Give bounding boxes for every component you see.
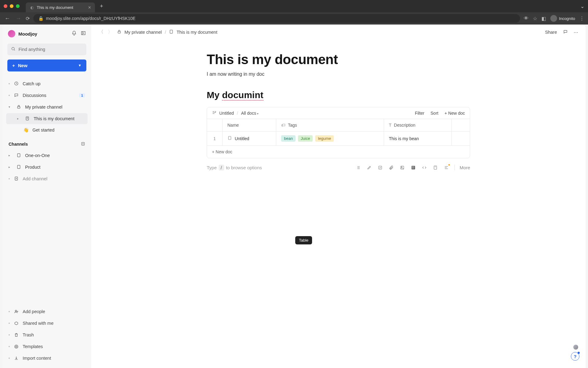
attachment-icon[interactable]	[388, 164, 394, 171]
sidebar-item-shared[interactable]: Shared with me	[6, 318, 88, 329]
svg-rect-13	[228, 136, 231, 140]
tag-chip[interactable]: legume	[315, 135, 334, 142]
maximize-window-icon[interactable]	[16, 4, 20, 8]
breadcrumb-current[interactable]: This is my document	[177, 30, 217, 35]
tabs-overflow-icon[interactable]: ⌄	[580, 3, 584, 9]
breadcrumb: My private channel / This is my document	[117, 29, 217, 35]
incognito-badge[interactable]: Incognito	[550, 15, 575, 22]
topbar: 〈 〉 My private channel / This is my docu…	[91, 25, 586, 40]
checkbox-icon[interactable]	[377, 164, 383, 171]
table-row[interactable]: 1 Untitled bean Juice legume	[207, 132, 470, 146]
lock-icon	[16, 104, 21, 110]
cell-description[interactable]: This is my bean	[384, 132, 451, 146]
sidebar-item-private-channel[interactable]: ▾ My private channel	[6, 102, 88, 113]
eye-off-icon[interactable]: 👁	[524, 16, 529, 21]
svg-rect-12	[170, 30, 172, 33]
search-placeholder: Find anything	[19, 47, 45, 52]
chevron-down-icon[interactable]: ▼	[78, 63, 81, 67]
workspace-switcher[interactable]: Moodjoy	[6, 29, 88, 42]
reload-button[interactable]: ⟳	[26, 16, 30, 21]
add-channel-section-icon[interactable]	[81, 142, 85, 147]
back-button[interactable]: ←	[4, 15, 11, 22]
table-view-name[interactable]: Untitled	[219, 111, 234, 116]
table-scope-dropdown[interactable]: All docs	[241, 111, 258, 116]
doc-heading[interactable]: My documint	[207, 90, 470, 100]
cell-name[interactable]: Untitled	[222, 132, 276, 146]
chevron-right-icon[interactable]: ▸	[9, 154, 12, 157]
close-tab-icon[interactable]: ✕	[88, 5, 91, 10]
cell-extra[interactable]	[451, 132, 470, 146]
add-channel-item[interactable]: Add channel	[6, 173, 88, 184]
close-window-icon[interactable]	[4, 4, 7, 8]
code-icon[interactable]	[421, 164, 428, 171]
comments-icon[interactable]	[563, 29, 568, 35]
svg-rect-11	[118, 31, 120, 33]
presence-avatar-icon[interactable]	[573, 345, 578, 350]
tab-favicon-icon: ◐	[29, 5, 34, 10]
column-header-index	[207, 119, 222, 132]
help-button[interactable]: ?	[571, 352, 579, 361]
table-insert-icon[interactable]	[410, 164, 417, 171]
collapse-sidebar-icon[interactable]	[81, 31, 86, 37]
cell-tags[interactable]: bean Juice legume	[276, 132, 384, 146]
more-menu-icon[interactable]: ⋯	[574, 30, 578, 35]
embed-icon[interactable]	[432, 164, 439, 171]
sidebar-item-label: Add channel	[23, 176, 47, 181]
sidebar-item-trash[interactable]: Trash	[6, 329, 88, 340]
browser-tab[interactable]: ◐ This is my document ✕	[26, 2, 95, 12]
bookmark-star-icon[interactable]: ☆	[533, 16, 537, 21]
table-sort-button[interactable]: Sort	[431, 111, 439, 116]
doc-paragraph[interactable]: I am now writing in my doc	[207, 71, 470, 77]
sidebar-item-discussions[interactable]: Discussions 1	[6, 90, 88, 101]
browser-menu-icon[interactable]: ⋮	[579, 16, 584, 21]
search-input[interactable]: Find anything	[7, 44, 86, 55]
list-icon[interactable]	[355, 164, 361, 171]
sidebar: Moodjoy Find anything + New ▼	[2, 25, 91, 368]
sidebar-item-catchup[interactable]: Catch up	[6, 78, 88, 89]
breadcrumb-parent[interactable]: My private channel	[125, 30, 162, 35]
page-title[interactable]: This is my document	[207, 52, 470, 67]
sidebar-item-label: Import content	[23, 356, 51, 361]
chevron-down-icon[interactable]: ▾	[9, 105, 12, 109]
pencil-icon[interactable]	[366, 164, 372, 171]
tag-chip[interactable]: bean	[281, 135, 296, 142]
templates-icon	[13, 344, 19, 349]
layout-icon[interactable]	[443, 164, 450, 171]
channels-section-header: Channels	[6, 136, 88, 149]
more-insert-button[interactable]: More	[460, 165, 470, 170]
new-tab-button[interactable]: +	[100, 3, 103, 10]
extensions-icon[interactable]: ◧	[541, 16, 546, 21]
column-header-description[interactable]: TDescription	[384, 119, 451, 132]
svg-point-0	[12, 47, 14, 50]
sidebar-item-templates[interactable]: Templates	[6, 341, 88, 352]
topbar-actions: Share ⋯	[545, 29, 578, 35]
sidebar-item-current-doc[interactable]: ▸ This is my document	[6, 113, 88, 124]
image-icon[interactable]	[399, 164, 405, 171]
sidebar-item-import[interactable]: Import content	[6, 353, 88, 364]
sidebar-item-get-started[interactable]: 👋 Get started	[6, 125, 88, 136]
table-toolbar: Untitled / All docs Filter Sort + New do…	[207, 107, 470, 119]
history-back-icon[interactable]: 〈	[99, 29, 104, 35]
sidebar-item-label: Trash	[23, 332, 34, 337]
new-button[interactable]: + New ▼	[7, 59, 86, 71]
table-new-doc-button[interactable]: + New doc	[444, 111, 465, 116]
table-view-icon	[212, 110, 216, 116]
minimize-window-icon[interactable]	[10, 4, 13, 8]
sidebar-item-product[interactable]: ▸ Product	[6, 162, 88, 173]
notifications-icon[interactable]	[72, 31, 77, 37]
import-icon	[13, 355, 19, 361]
column-header-tags[interactable]: 🏷Tags	[276, 119, 384, 132]
plus-icon: +	[12, 63, 15, 68]
chevron-right-icon[interactable]: ▸	[9, 165, 12, 169]
sidebar-item-add-people[interactable]: Add people	[6, 306, 88, 317]
table-add-row-button[interactable]: New doc	[207, 145, 470, 158]
column-header-name[interactable]: Name	[222, 119, 276, 132]
sidebar-item-label: My private channel	[25, 105, 62, 109]
chevron-right-icon[interactable]: ▸	[17, 117, 21, 120]
tag-chip[interactable]: Juice	[298, 135, 313, 142]
sidebar-item-one-on-one[interactable]: ▸ One-on-One	[6, 150, 88, 161]
table-filter-button[interactable]: Filter	[415, 111, 424, 116]
url-bar[interactable]: 🔒 moodjoy.slite.com/app/docs/r_DHzUYfHSK…	[33, 14, 520, 23]
share-button[interactable]: Share	[545, 30, 557, 35]
column-header-add[interactable]	[451, 119, 470, 132]
